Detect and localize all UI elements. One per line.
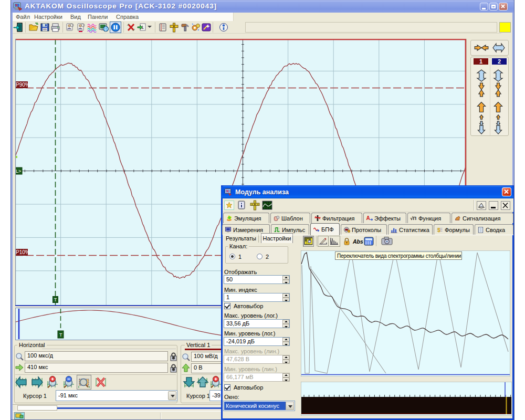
- svg-text:L>: L>: [16, 169, 21, 174]
- svg-text:P90%: P90%: [16, 82, 30, 88]
- svg-text:T: T: [59, 332, 62, 338]
- svg-text:P10%: P10%: [16, 249, 30, 255]
- svg-text:A: A: [366, 215, 371, 221]
- svg-text:$: $: [437, 227, 440, 233]
- svg-text:√П: √П: [411, 216, 417, 221]
